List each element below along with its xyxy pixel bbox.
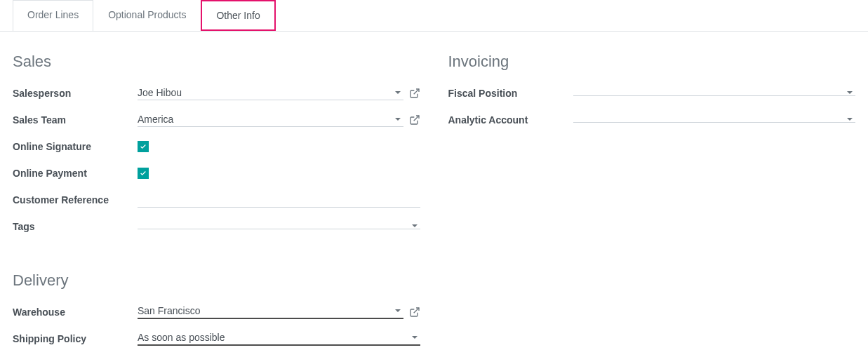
- analytic-account-select[interactable]: [573, 118, 856, 123]
- online-payment-checkbox[interactable]: [138, 168, 149, 179]
- check-icon: [140, 170, 147, 177]
- caret-down-icon: [847, 118, 853, 121]
- label-salesperson: Salesperson: [13, 88, 138, 99]
- section-title-invoicing: Invoicing: [448, 53, 856, 71]
- caret-down-icon: [395, 91, 401, 94]
- label-online-payment: Online Payment: [13, 168, 138, 179]
- label-customer-reference: Customer Reference: [13, 194, 138, 206]
- online-signature-checkbox[interactable]: [138, 141, 149, 152]
- external-link-icon[interactable]: [409, 307, 420, 318]
- salesperson-select[interactable]: Joe Hibou: [138, 87, 403, 100]
- sales-team-select[interactable]: America: [138, 114, 403, 127]
- caret-down-icon: [395, 309, 401, 312]
- external-link-icon[interactable]: [409, 114, 420, 126]
- tab-bar: Order Lines Optional Products Other Info: [0, 0, 868, 32]
- check-icon: [140, 143, 147, 150]
- tab-other-info[interactable]: Other Info: [201, 0, 275, 31]
- section-title-delivery: Delivery: [13, 271, 420, 290]
- label-warehouse: Warehouse: [13, 307, 138, 318]
- caret-down-icon: [847, 91, 853, 94]
- label-online-signature: Online Signature: [13, 141, 138, 152]
- fiscal-position-select[interactable]: [573, 91, 856, 96]
- tab-optional-products[interactable]: Optional Products: [93, 0, 201, 31]
- section-title-sales: Sales: [13, 53, 420, 71]
- svg-line-2: [413, 308, 418, 313]
- caret-down-icon: [412, 336, 418, 339]
- external-link-icon[interactable]: [409, 88, 420, 99]
- shipping-policy-select[interactable]: As soon as possible: [138, 332, 420, 346]
- svg-line-1: [413, 116, 418, 121]
- label-analytic-account: Analytic Account: [448, 114, 573, 126]
- caret-down-icon: [412, 224, 418, 227]
- caret-down-icon: [395, 118, 401, 121]
- sales-team-value: America: [138, 114, 395, 125]
- customer-reference-input[interactable]: [138, 192, 420, 208]
- warehouse-select[interactable]: San Francisco: [138, 305, 403, 319]
- label-fiscal-position: Fiscal Position: [448, 88, 573, 99]
- shipping-policy-value: As soon as possible: [138, 332, 412, 343]
- label-tags: Tags: [13, 221, 138, 232]
- warehouse-value: San Francisco: [138, 305, 395, 316]
- tags-select[interactable]: [138, 224, 420, 229]
- label-sales-team: Sales Team: [13, 114, 138, 126]
- salesperson-value: Joe Hibou: [138, 87, 395, 98]
- svg-line-0: [413, 89, 418, 94]
- label-shipping-policy: Shipping Policy: [13, 333, 138, 344]
- tab-order-lines[interactable]: Order Lines: [13, 0, 93, 31]
